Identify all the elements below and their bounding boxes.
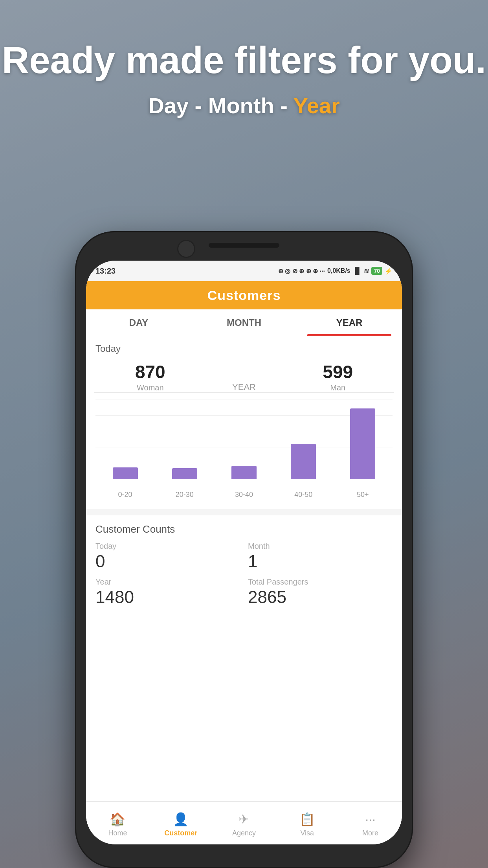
woman-stat: 870 Woman (103, 361, 197, 392)
wifi-icon: ≋ (364, 267, 369, 275)
battery-indicator: 70 (371, 267, 382, 275)
bar-group-0-20 (113, 467, 138, 479)
chart-label-50+: 50+ (350, 491, 375, 499)
count-item-0: Today0 (95, 542, 240, 571)
year-center-label: YEAR (197, 382, 291, 392)
section-divider (86, 509, 402, 515)
bolt-icon: ⚡ (385, 267, 393, 275)
man-stat: 599 Man (291, 361, 385, 392)
bar-30-40 (231, 466, 257, 479)
nav-item-home[interactable]: 🏠Home (86, 809, 149, 837)
status-icons-symbols: ⊕ ◎ ⊘ ⊕ ⊕ ⊕ ··· (278, 267, 325, 275)
chart-label-30-40: 30-40 (231, 491, 257, 499)
tab-year[interactable]: YEAR (297, 309, 402, 336)
count-item-2: Year1480 (95, 577, 240, 607)
more-icon: ··· (365, 812, 376, 827)
customer-icon: 👤 (173, 812, 189, 827)
woman-value: 870 (103, 361, 197, 383)
year-center-stat: YEAR (197, 374, 291, 392)
bar-group-50+ (350, 408, 375, 479)
status-bar: 13:23 ⊕ ◎ ⊘ ⊕ ⊕ ⊕ ··· 0,0KB/s ▐▌ ≋ 70 ⚡ (86, 261, 402, 281)
customer-counts-section: Customer Counts Today0Month1Year1480Tota… (86, 515, 402, 615)
phone-mockup: 13:23 ⊕ ◎ ⊘ ⊕ ⊕ ⊕ ··· 0,0KB/s ▐▌ ≋ 70 ⚡ … (75, 231, 413, 868)
stats-row: 870 Woman YEAR 599 Man (94, 357, 394, 393)
chart-label-0-20: 0-20 (113, 491, 138, 499)
bar-chart: 0-2020-3030-4040-5050+ (86, 393, 402, 503)
hero-section: Ready made filters for you. Day - Month … (0, 39, 488, 118)
time-display: 13:23 (95, 267, 116, 276)
bars-container (95, 401, 393, 479)
bar-0-20 (113, 467, 138, 479)
tab-month[interactable]: MONTH (191, 309, 297, 336)
app-header: Customers (86, 281, 402, 309)
hero-title: Ready made filters for you. (0, 39, 488, 81)
separator2: - (280, 93, 293, 118)
main-content: Today 870 Woman YEAR 599 Man (86, 336, 402, 844)
year-text: Year (293, 93, 339, 118)
count-label-3: Total Passengers (248, 577, 393, 587)
bar-group-30-40 (231, 466, 257, 479)
home-icon: 🏠 (110, 812, 125, 827)
grid-line (95, 399, 393, 399)
app-title: Customers (207, 288, 281, 303)
nav-label-customer: Customer (164, 829, 197, 837)
nav-label-home: Home (108, 829, 127, 837)
woman-label: Woman (103, 383, 197, 392)
separator1: - (195, 93, 208, 118)
bar-40-50 (291, 444, 316, 479)
nav-item-visa[interactable]: 📋Visa (275, 809, 339, 837)
nav-label-more: More (362, 829, 378, 837)
counts-title: Customer Counts (95, 523, 393, 535)
day-text: Day (148, 93, 189, 118)
nav-label-agency: Agency (232, 829, 256, 837)
agency-icon: ✈ (238, 812, 249, 827)
signal-icon: ▐▌ (353, 267, 362, 274)
bar-50+ (350, 408, 375, 479)
count-label-2: Year (95, 577, 240, 587)
count-value-0: 0 (95, 552, 240, 571)
tab-day[interactable]: DAY (86, 309, 191, 336)
nav-label-visa: Visa (300, 829, 314, 837)
chart-labels: 0-2020-3030-4040-5050+ (95, 491, 393, 499)
count-value-1: 1 (248, 552, 393, 571)
count-label-1: Month (248, 542, 393, 551)
bottom-nav: 🏠Home👤Customer✈Agency📋Visa···More (86, 801, 402, 844)
chart-label-40-50: 40-50 (291, 491, 316, 499)
chart-label-20-30: 20-30 (172, 491, 197, 499)
count-value-3: 2865 (248, 587, 393, 607)
man-label: Man (291, 383, 385, 392)
nav-item-agency[interactable]: ✈Agency (213, 809, 276, 837)
phone-screen: 13:23 ⊕ ◎ ⊘ ⊕ ⊕ ⊕ ··· 0,0KB/s ▐▌ ≋ 70 ⚡ … (86, 261, 402, 844)
count-value-2: 1480 (95, 587, 240, 607)
bar-20-30 (172, 468, 197, 479)
counts-grid: Today0Month1Year1480Total Passengers2865 (95, 542, 393, 607)
count-item-1: Month1 (248, 542, 393, 571)
count-label-0: Today (95, 542, 240, 551)
bar-group-40-50 (291, 444, 316, 479)
count-item-3: Total Passengers2865 (248, 577, 393, 607)
visa-icon: 📋 (299, 812, 315, 827)
today-label: Today (86, 336, 402, 357)
nav-item-customer[interactable]: 👤Customer (149, 809, 213, 837)
speed-indicator: 0,0KB/s (327, 267, 350, 274)
man-value: 599 (291, 361, 385, 383)
month-text: Month (208, 93, 274, 118)
tab-bar: DAY MONTH YEAR (86, 309, 402, 336)
hero-subtitle: Day - Month - Year (0, 93, 488, 118)
nav-item-more[interactable]: ···More (339, 809, 402, 837)
status-icons: ⊕ ◎ ⊘ ⊕ ⊕ ⊕ ··· 0,0KB/s ▐▌ ≋ 70 ⚡ (278, 267, 393, 275)
bar-group-20-30 (172, 468, 197, 479)
